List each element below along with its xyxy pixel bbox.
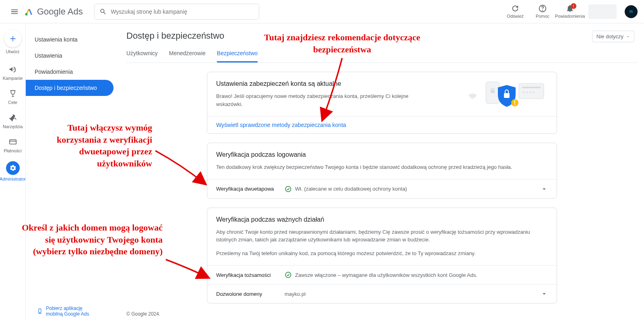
card-icon <box>8 137 18 147</box>
svg-point-20 <box>39 313 40 313</box>
scope-dropdown-label: Nie dotyczy <box>597 33 623 39</box>
side-notifications[interactable]: Powiadomienia <box>26 64 114 80</box>
svg-point-6 <box>523 91 524 93</box>
svg-rect-12 <box>491 90 495 93</box>
rail-goals-label: Cele <box>8 100 17 105</box>
svg-point-16 <box>514 104 515 105</box>
plus-icon <box>8 34 17 43</box>
svg-point-0 <box>25 13 28 15</box>
rail-campaigns[interactable]: Kampanie <box>2 61 24 84</box>
refresh-button[interactable]: Odśwież <box>503 4 527 19</box>
side-item-label: Powiadomienia <box>35 69 73 75</box>
header-actions: Odśwież Pomoc ! Powiadomienia m <box>503 4 638 19</box>
check-circle-icon <box>285 271 292 278</box>
megaphone-icon <box>8 64 18 74</box>
search-box[interactable] <box>94 4 259 20</box>
allowed-domains-row[interactable]: Dozwolone domeny mayko.pl <box>207 284 557 303</box>
rail-goals[interactable]: Cele <box>2 85 24 108</box>
notifications-label: Powiadomienia <box>555 14 585 19</box>
side-settings[interactable]: Ustawienia <box>26 48 114 64</box>
svg-point-2 <box>543 10 543 11</box>
trophy-icon <box>8 89 18 98</box>
allowed-domains-value: mayko.pl <box>285 291 305 297</box>
refresh-label: Odśwież <box>507 14 524 19</box>
svg-rect-4 <box>519 83 544 99</box>
svg-point-17 <box>285 186 291 192</box>
status-desc: Brawo! Jeśli opracujemy nowe metody zabe… <box>216 92 425 108</box>
rail-campaigns-label: Kampanie <box>3 76 23 81</box>
side-account-settings[interactable]: Ustawienia konta <box>26 31 114 48</box>
status-link-row: Wyświetl sprawdzone metody zabezpieczani… <box>207 116 557 133</box>
two-step-label: Weryfikacja dwuetapowa <box>216 186 285 192</box>
notification-badge: ! <box>571 3 576 9</box>
identity-verif-label: Weryfikacja tożsamości <box>216 272 285 278</box>
search-input[interactable] <box>111 8 254 15</box>
action-verif-desc: Aby chronić Twoje konto przed nieuprawni… <box>216 228 548 244</box>
page-title: Dostęp i bezpieczeństwo <box>126 31 638 41</box>
rail-admin[interactable]: Administrator <box>2 158 24 185</box>
phone-icon <box>37 308 43 314</box>
login-verif-desc: Ten dodatkowy krok zwiększy bezpieczeńst… <box>216 163 548 171</box>
scope-dropdown[interactable]: Nie dotyczy <box>592 31 634 42</box>
tab-users[interactable]: Użytkownicy <box>126 47 158 62</box>
help-button[interactable]: Pomoc <box>530 4 555 19</box>
copyright: © Google 2024. <box>126 311 160 317</box>
allowed-domains-label: Dozwolone domeny <box>216 291 285 297</box>
identity-verif-status: Zawsze włączone – wymagane dla użytkowni… <box>295 272 477 278</box>
side-item-label: Dostęp i bezpieczeństwo <box>35 85 97 91</box>
account-switcher[interactable] <box>588 4 617 19</box>
avatar[interactable]: m <box>625 5 638 18</box>
mobile-app-link[interactable]: Pobierz aplikację mobilną Google Ads <box>37 305 98 317</box>
menu-button[interactable] <box>6 4 23 20</box>
action-verification-card: Weryfikacja podczas ważnych działań Aby … <box>207 208 557 304</box>
app-header: Google Ads Odśwież Pomoc ! Powiadomienia… <box>0 0 644 23</box>
rail-tools[interactable]: Narzędzia <box>2 110 24 132</box>
action-verif-desc2: Prześlemy na Twój telefon unikalny kod, … <box>216 249 548 258</box>
google-ads-logo-icon <box>24 7 34 17</box>
identity-verification-row[interactable]: Weryfikacja tożsamości Zawsze włączone –… <box>207 265 557 284</box>
logo[interactable]: Google Ads <box>24 6 83 17</box>
check-circle-icon <box>285 185 292 193</box>
action-verif-title: Weryfikacja podczas ważnych działań <box>216 216 548 223</box>
two-step-verification-row[interactable]: Weryfikacja dwuetapowa Wł. (zalecane w c… <box>207 179 557 198</box>
create-label: Utwórz <box>6 49 19 54</box>
search-icon <box>99 8 107 16</box>
chevron-down-icon <box>626 35 630 39</box>
tools-icon <box>8 113 18 123</box>
mobile-app-text: Pobierz aplikację mobilną Google Ads <box>46 305 98 317</box>
side-nav: Ustawienia konta Ustawienia Powiadomieni… <box>26 23 114 320</box>
security-status-card: Ustawienia zabezpieczeń konta są aktualn… <box>207 72 557 134</box>
tabs: Użytkownicy Menedżerowie Bezpieczeństwo <box>126 47 638 63</box>
two-step-status: Wł. (zalecane w celu dodatkowej ochrony … <box>295 186 407 192</box>
logo-text: Google Ads <box>37 6 83 17</box>
shield-lock-illustration-icon <box>466 78 547 110</box>
svg-point-18 <box>285 272 291 278</box>
rail-billing-label: Płatności <box>4 148 22 153</box>
rail-tools-label: Narzędzia <box>3 124 23 129</box>
side-access-security[interactable]: Dostęp i bezpieczeństwo <box>26 80 114 96</box>
rail-billing[interactable]: Płatności <box>2 134 24 156</box>
svg-point-9 <box>533 91 534 93</box>
tab-label: Menedżerowie <box>169 50 206 56</box>
svg-rect-3 <box>9 140 16 144</box>
help-label: Pomoc <box>536 14 549 19</box>
refresh-icon <box>511 4 520 13</box>
rail-admin-label: Administrator <box>0 177 26 181</box>
menu-icon <box>10 7 19 16</box>
create-button[interactable] <box>4 30 22 48</box>
tab-managers[interactable]: Menedżerowie <box>169 47 206 62</box>
tab-label: Bezpieczeństwo <box>217 50 258 56</box>
svg-rect-15 <box>514 100 515 104</box>
help-icon <box>538 4 547 13</box>
content-area: Dostęp i bezpieczeństwo Nie dotyczy Użyt… <box>114 23 644 320</box>
chevron-down-icon <box>541 290 548 297</box>
tab-security[interactable]: Bezpieczeństwo <box>217 47 258 62</box>
notifications-button[interactable]: ! Powiadomienia <box>558 4 582 19</box>
nav-rail: Utwórz Kampanie Cele Narzędzia Płatności… <box>0 23 26 320</box>
tab-label: Użytkownicy <box>126 50 158 56</box>
svg-rect-13 <box>504 93 510 98</box>
login-verif-title: Weryfikacja podczas logowania <box>216 151 548 158</box>
svg-point-8 <box>529 91 531 93</box>
view-best-practices-link[interactable]: Wyświetl sprawdzone metody zabezpieczani… <box>216 122 346 128</box>
login-verification-card: Weryfikacja podczas logowania Ten dodatk… <box>207 143 557 199</box>
